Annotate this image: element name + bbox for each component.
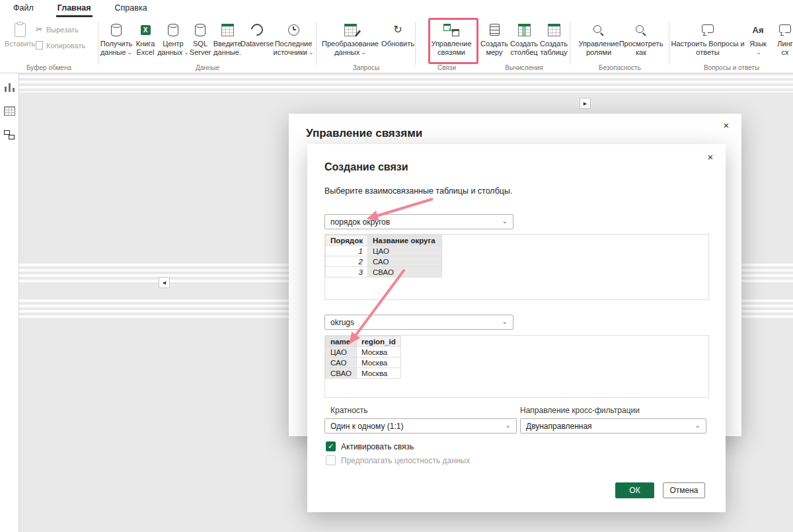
- group-separator: [477, 21, 478, 65]
- create-relationship-dialog: Создание связи × Выберите взаимосвязанны…: [307, 144, 726, 512]
- group-label-calculations: Вычисления: [478, 64, 570, 71]
- cardinality-label: Кратность: [330, 406, 368, 415]
- database-icon: [168, 24, 178, 36]
- sql-server-button[interactable]: SQLServer: [188, 21, 213, 57]
- chevron-down-icon: ⌄: [361, 48, 366, 57]
- paste-button[interactable]: Вставить: [5, 21, 34, 48]
- excel-workbook-button[interactable]: X КнигаExcel: [132, 21, 159, 57]
- group-label-clipboard: Буфер обмена: [0, 64, 98, 71]
- data-view-button[interactable]: [0, 101, 19, 121]
- view-as-button[interactable]: Просмотретькак: [620, 21, 662, 57]
- close-button[interactable]: ×: [703, 149, 718, 164]
- collapsed-table-rows: [19, 75, 793, 93]
- get-data-button[interactable]: Получитьданные⌄: [100, 21, 132, 57]
- table-header-row: name region_id: [326, 336, 401, 347]
- magnifier-person-icon: [593, 25, 601, 33]
- model-view-icon: [4, 130, 15, 139]
- menu-file[interactable]: Файл: [12, 0, 35, 17]
- ribbon: Вставить ✂ Вырезать Копировать Буфер обм…: [0, 17, 793, 73]
- close-button[interactable]: ×: [719, 118, 734, 132]
- chevron-down-icon: ⌄: [128, 48, 133, 57]
- table-pencil-icon: [344, 24, 357, 36]
- table-preview-2: name region_id ЦАО Москва САО Москва СВА…: [324, 335, 709, 398]
- cross-filter-label: Направление кросс-фильтрации: [520, 406, 640, 415]
- new-table-button[interactable]: Создатьтаблицу: [539, 21, 568, 57]
- database-icon: [111, 24, 122, 36]
- menubar: Файл Главная Справка: [0, 0, 793, 17]
- table-column-icon: [518, 24, 531, 36]
- table-row: 2 САО: [326, 256, 442, 267]
- table-row: САО Москва: [326, 358, 401, 368]
- dataverse-button[interactable]: Dataverse: [242, 21, 272, 48]
- table-select-dropdown-1[interactable]: порядок округов ⌄: [324, 214, 513, 229]
- chevron-down-icon: ⌄: [502, 318, 508, 325]
- table-select-dropdown-2[interactable]: okrugs ⌄: [324, 315, 513, 330]
- group-label-data: Данные: [99, 64, 316, 71]
- refresh-button[interactable]: ↻ Обновить: [382, 21, 414, 48]
- speech-bubble-icon: [702, 24, 714, 33]
- enter-data-button[interactable]: Введитеданные.: [213, 21, 242, 57]
- copy-icon: [36, 41, 43, 50]
- column-header[interactable]: region_id: [357, 336, 401, 347]
- ok-button[interactable]: ОК: [615, 482, 654, 498]
- cross-filter-dropdown[interactable]: Двунаправленная ⌄: [520, 418, 706, 434]
- table-header-row: Порядок Название округа: [326, 235, 442, 246]
- menu-home[interactable]: Главная: [56, 0, 93, 17]
- group-label-security: Безопасность: [571, 64, 669, 71]
- magnifier-icon: [636, 25, 644, 33]
- dataverse-icon: [248, 21, 265, 38]
- group-label-relationships: Связи: [416, 64, 477, 71]
- column-header[interactable]: Порядок: [326, 235, 368, 246]
- language-icon: Aя: [753, 26, 764, 34]
- manage-roles-button[interactable]: Управлениеролями: [578, 21, 620, 57]
- table-icon: [221, 24, 234, 36]
- table-row: 1 ЦАО: [326, 246, 442, 256]
- chevron-down-icon: ⌄: [309, 48, 314, 57]
- copy-button[interactable]: Копировать: [36, 41, 85, 50]
- group-separator: [415, 21, 416, 65]
- group-separator: [570, 21, 570, 65]
- recent-sources-button[interactable]: Последниеисточники⌄: [272, 21, 315, 57]
- new-measure-button[interactable]: Создатьмеру: [480, 21, 509, 57]
- cut-button[interactable]: ✂ Вырезать: [36, 25, 79, 34]
- speech-bubble-icon: [779, 24, 791, 33]
- new-column-button[interactable]: Создатьстолбец: [509, 21, 539, 57]
- table-row: ЦАО Москва: [326, 347, 401, 358]
- check-icon: ✓: [328, 442, 334, 451]
- dialog-title: Создание связи: [324, 161, 408, 173]
- column-header-selected[interactable]: name: [326, 336, 357, 347]
- setup-qa-button[interactable]: Настроить Вопросы иответы: [671, 21, 744, 57]
- group-label-queries: Запросы: [317, 64, 415, 71]
- group-separator: [98, 21, 98, 65]
- linguistic-schema-button[interactable]: Лингсх: [771, 21, 793, 57]
- cardinality-dropdown[interactable]: Один к одному (1:1) ⌄: [324, 418, 517, 434]
- collapse-left-icon: ◀: [163, 280, 166, 285]
- group-separator: [669, 21, 669, 65]
- transform-data-button[interactable]: Преобразованиеданных⌄: [320, 21, 381, 57]
- language-button[interactable]: Aя Язык⌄: [747, 21, 769, 57]
- cancel-button[interactable]: Отмена: [663, 482, 705, 498]
- dialog-title: Управление связями: [306, 127, 422, 140]
- chevron-down-icon: ⌄: [756, 48, 761, 57]
- data-hub-button[interactable]: Центрданных⌄: [159, 21, 188, 57]
- activate-relationship-checkbox[interactable]: ✓ Активировать связь: [326, 441, 414, 451]
- menu-help[interactable]: Справка: [114, 0, 149, 17]
- referential-integrity-checkbox[interactable]: Предполагать целостность данных: [326, 455, 470, 465]
- table-preview-1: Порядок Название округа 1 ЦАО 2 САО 3 СВ…: [324, 234, 709, 300]
- scissors-icon: ✂: [36, 25, 43, 34]
- chevron-down-icon: ⌄: [695, 422, 700, 429]
- model-view-button[interactable]: [0, 125, 19, 145]
- clipboard-icon: [15, 23, 26, 37]
- expand-pane-handle[interactable]: ▶: [580, 98, 591, 109]
- report-view-button[interactable]: [0, 77, 19, 97]
- close-icon: ×: [708, 151, 714, 163]
- table-row: 3 СВАО: [326, 267, 442, 278]
- chevron-down-icon: ⌄: [506, 422, 511, 429]
- dialog-subtitle: Выберите взаимосвязанные таблицы и столб…: [324, 186, 512, 196]
- view-sidebar: [0, 73, 19, 532]
- column-header-selected[interactable]: Название округа: [367, 235, 441, 246]
- manage-relationships-button[interactable]: Управлениесвязями: [430, 21, 473, 57]
- report-view-icon: [5, 83, 15, 92]
- collapse-pane-handle[interactable]: ◀: [159, 277, 170, 288]
- close-icon: ×: [724, 120, 730, 131]
